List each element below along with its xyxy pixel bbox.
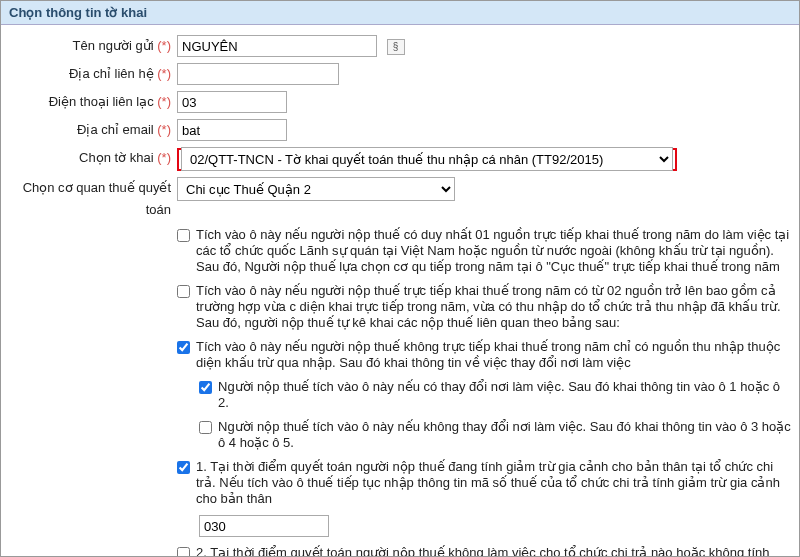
- checkbox-option-3b-text: Người nộp thuế tích vào ô này nếu không …: [218, 419, 793, 451]
- checkbox-option-1-text: Tích vào ô này nếu người nộp thuế có duy…: [196, 227, 793, 275]
- input-ten-nguoi-gui[interactable]: [177, 35, 377, 57]
- select-to-khai[interactable]: 02/QTT-TNCN - Tờ khai quyết toán thuế th…: [181, 147, 673, 171]
- label-dien-thoai: Điện thoại liên lạc (*): [1, 91, 177, 113]
- section-header: Chọn thông tin tờ khai: [1, 1, 799, 25]
- select-co-quan-thue[interactable]: Chi cục Thuế Quận 2: [177, 177, 455, 201]
- checkbox-option-3a-text: Người nộp thuế tích vào ô này nếu có tha…: [218, 379, 793, 411]
- checkbox-option-3-text: Tích vào ô này nếu người nộp thuế không …: [196, 339, 793, 371]
- input-dien-thoai[interactable]: [177, 91, 287, 113]
- checkbox-option-3a[interactable]: [199, 381, 212, 394]
- label-email: Địa chỉ email (*): [1, 119, 177, 141]
- label-chon-to-khai: Chọn tờ khai (*): [1, 147, 177, 169]
- checkbox-option-3[interactable]: [177, 341, 190, 354]
- input-email[interactable]: [177, 119, 287, 141]
- form-body: Tên người gửi (*) § Địa chỉ liên hệ (*) …: [1, 25, 799, 557]
- name-helper-icon[interactable]: §: [387, 39, 405, 55]
- label-ten-nguoi-gui: Tên người gửi (*): [1, 35, 177, 57]
- input-dia-chi-lien-he[interactable]: [177, 63, 339, 85]
- checkbox-option-5-text: 2. Tại thời điểm quyết toán người nộp th…: [196, 545, 793, 557]
- input-tax-code[interactable]: [199, 515, 329, 537]
- checkbox-option-2-text: Tích vào ô này nếu người nộp thuế trực t…: [196, 283, 793, 331]
- checkbox-option-4[interactable]: [177, 461, 190, 474]
- checkbox-option-5[interactable]: [177, 547, 190, 557]
- highlight-box: 02/QTT-TNCN - Tờ khai quyết toán thuế th…: [177, 148, 677, 171]
- label-co-quan-thue: Chọn cơ quan thuế quyết toán: [1, 177, 177, 221]
- checkbox-option-4-text: 1. Tại thời điểm quyết toán người nộp th…: [196, 459, 793, 507]
- checkbox-option-1[interactable]: [177, 229, 190, 242]
- checkbox-option-3b[interactable]: [199, 421, 212, 434]
- checkbox-option-2[interactable]: [177, 285, 190, 298]
- section-title: Chọn thông tin tờ khai: [9, 5, 147, 20]
- label-dia-chi-lien-he: Địa chỉ liên hệ (*): [1, 63, 177, 85]
